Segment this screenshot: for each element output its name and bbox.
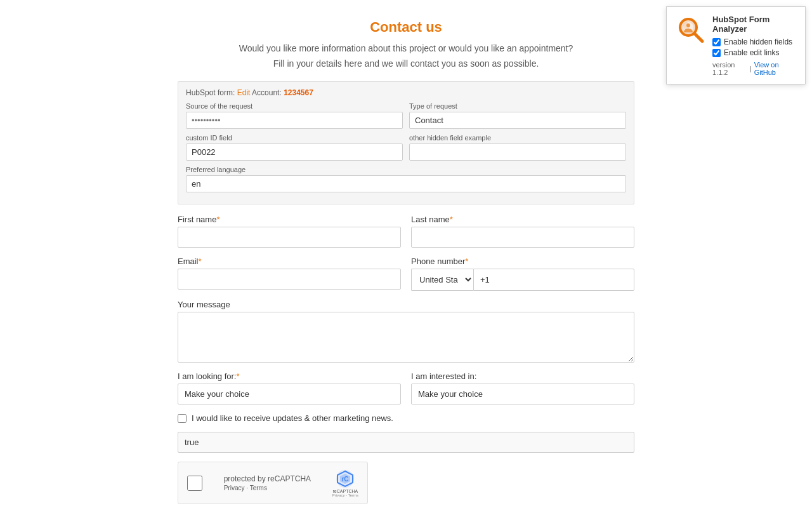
- svg-point-4: [686, 23, 690, 27]
- svg-line-3: [695, 34, 702, 41]
- page-description: Fill in your details here and we will co…: [178, 58, 634, 69]
- true-input[interactable]: [178, 432, 634, 453]
- source-group: Source of the request: [186, 102, 403, 129]
- analyzer-footer: version 1.1.2 | View on GitHub: [712, 61, 796, 76]
- interested-in-label: I am interested in:: [411, 371, 634, 381]
- first-name-label: First name*: [178, 215, 401, 224]
- analyzer-content: HubSpot Form Analyzer Enable hidden fiel…: [712, 15, 796, 76]
- hubspot-form-label: HubSpot form:: [186, 88, 235, 97]
- looking-for-group: I am looking for:* Make your choice: [178, 371, 401, 404]
- recaptcha-checkbox[interactable]: [187, 476, 202, 491]
- last-name-label: Last name*: [411, 215, 634, 224]
- message-textarea[interactable]: [178, 312, 634, 363]
- separator: |: [750, 65, 752, 72]
- analyzer-panel: HubSpot Form Analyzer Enable hidden fiel…: [666, 6, 806, 84]
- main-content: Contact us Would you like more informati…: [165, 19, 647, 508]
- page-subtitle: Would you like more information about th…: [178, 43, 634, 53]
- other-hidden-group: other hidden field example: [409, 134, 626, 161]
- looking-for-label: I am looking for:*: [178, 371, 401, 381]
- message-label: Your message: [178, 300, 634, 309]
- marketing-checkbox[interactable]: [178, 414, 187, 423]
- preferred-lang-input[interactable]: [186, 175, 626, 192]
- hidden-fields-header: HubSpot form: Edit Account: 1234567: [186, 88, 626, 97]
- edit-link[interactable]: Edit: [237, 88, 251, 97]
- phone-group: Phone number* United Sta: [411, 257, 634, 291]
- version-text: version 1.1.2: [712, 61, 747, 76]
- enable-edit-links-label: Enable edit links: [724, 48, 779, 57]
- analyzer-icon: [676, 15, 706, 45]
- marketing-label: I would like to receive updates & other …: [192, 413, 393, 423]
- recaptcha-logo-icon: rC: [335, 469, 355, 489]
- first-name-input[interactable]: [178, 227, 401, 248]
- message-row: Your message: [178, 300, 634, 363]
- source-input[interactable]: [186, 112, 403, 129]
- true-field-group: [178, 432, 634, 453]
- last-name-group: Last name*: [411, 215, 634, 248]
- interested-in-select[interactable]: Make your choice: [411, 384, 634, 404]
- enable-edit-links-row[interactable]: Enable edit links: [712, 48, 796, 57]
- recaptcha-brand: rC reCAPTCHA Privacy - Terms: [332, 469, 358, 497]
- analyzer-title: HubSpot Form Analyzer: [712, 15, 796, 34]
- contact-row: Email* Phone number* United Sta: [178, 257, 634, 291]
- email-group: Email*: [178, 257, 401, 291]
- dropdowns-row: I am looking for:* Make your choice I am…: [178, 371, 634, 404]
- enable-edit-links-checkbox[interactable]: [712, 49, 721, 57]
- recaptcha-box[interactable]: protected by reCAPTCHA Privacy · Terms r…: [178, 462, 368, 504]
- name-row: First name* Last name*: [178, 215, 634, 248]
- first-name-group: First name*: [178, 215, 401, 248]
- phone-code-input[interactable]: [473, 269, 634, 291]
- recaptcha-privacy-link[interactable]: Privacy: [224, 485, 245, 491]
- type-label: Type of request: [409, 102, 626, 110]
- interested-in-group: I am interested in: Make your choice: [411, 371, 634, 404]
- source-label: Source of the request: [186, 102, 403, 110]
- custom-id-input[interactable]: [186, 144, 403, 161]
- enable-hidden-fields-checkbox[interactable]: [712, 38, 721, 46]
- recaptcha-terms-link[interactable]: Terms: [250, 485, 267, 491]
- phone-country-select[interactable]: United Sta: [411, 269, 473, 291]
- hidden-row-1: Source of the request Type of request: [186, 102, 626, 129]
- account-label: Account:: [252, 88, 282, 97]
- other-hidden-input[interactable]: [409, 144, 626, 161]
- email-label: Email*: [178, 257, 401, 266]
- hidden-row-3: Preferred language: [186, 166, 626, 192]
- preferred-lang-group: Preferred language: [186, 166, 626, 192]
- recaptcha-text: protected by reCAPTCHA: [224, 474, 311, 483]
- type-input[interactable]: [409, 112, 626, 129]
- custom-id-label: custom ID field: [186, 134, 403, 142]
- account-number: 1234567: [284, 88, 313, 97]
- recaptcha-left: protected by reCAPTCHA Privacy · Terms: [224, 474, 311, 491]
- phone-label: Phone number*: [411, 257, 634, 266]
- hidden-fields-area: HubSpot form: Edit Account: 1234567 Sour…: [178, 81, 634, 204]
- recaptcha-checkbox-area: [187, 476, 202, 491]
- page-title: Contact us: [178, 19, 634, 36]
- preferred-lang-label: Preferred language: [186, 166, 626, 173]
- email-input[interactable]: [178, 269, 401, 290]
- github-link[interactable]: View on GitHub: [754, 61, 796, 76]
- type-group: Type of request: [409, 102, 626, 129]
- marketing-checkbox-row[interactable]: I would like to receive updates & other …: [178, 413, 634, 423]
- last-name-input[interactable]: [411, 227, 634, 248]
- hidden-row-2: custom ID field other hidden field examp…: [186, 134, 626, 161]
- enable-hidden-fields-row[interactable]: Enable hidden fields: [712, 37, 796, 46]
- other-hidden-label: other hidden field example: [409, 134, 626, 142]
- phone-input-group: United Sta: [411, 269, 634, 291]
- contact-form: First name* Last name* Email* P: [178, 215, 634, 508]
- enable-hidden-fields-label: Enable hidden fields: [724, 37, 792, 46]
- recaptcha-links: Privacy · Terms: [224, 485, 311, 491]
- svg-text:rC: rC: [342, 476, 349, 483]
- looking-for-select[interactable]: Make your choice: [178, 384, 401, 404]
- message-group: Your message: [178, 300, 634, 363]
- custom-id-group: custom ID field: [186, 134, 403, 161]
